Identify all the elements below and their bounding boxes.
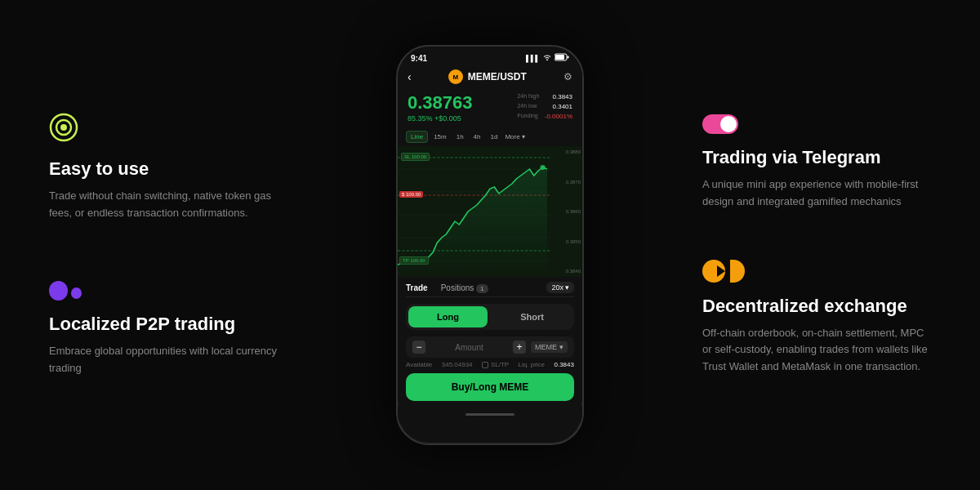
currency-chevron: ▾: [559, 343, 564, 351]
available-val: 345.04934: [442, 361, 473, 368]
feature4-title: Decentralized exchange: [702, 296, 931, 317]
sl-label: SL 100.00: [401, 153, 430, 161]
tab-positions[interactable]: Positions 1: [441, 283, 488, 292]
liq-val: 0.3843: [554, 361, 573, 368]
direction-buttons: Long Short: [406, 304, 574, 330]
settings-icon[interactable]: ⚙: [564, 71, 572, 82]
entry-label: $ 100.00: [399, 191, 423, 198]
feature2-desc: Embrace global opportunities with local …: [49, 343, 278, 377]
low-label: 24h low: [517, 102, 537, 112]
price-change-pct: 85.35%: [408, 114, 433, 122]
left-column: Easy to use Trade without chain switchin…: [49, 113, 278, 376]
feature1-title: Easy to use: [49, 158, 278, 180]
feature2-title: Localized P2P trading: [49, 314, 278, 335]
chart-area: SL 100.00 $ 100.00 TP 100.00 0.3880 0.38…: [398, 146, 582, 277]
back-button[interactable]: ‹: [408, 70, 412, 83]
svg-point-2: [60, 124, 67, 131]
price-tick-5: 0.3840: [566, 269, 581, 274]
feature-p2p: Localized P2P trading Embrace global opp…: [49, 271, 278, 377]
leverage-value: 20x: [551, 283, 564, 292]
pair-info: M MEME/USDT: [448, 69, 527, 84]
main-price: 0.38763: [408, 92, 473, 114]
available-row: Available 345.04934 SL/TP Liq. price 0.3…: [406, 361, 574, 368]
bubbles-icon: [49, 271, 82, 301]
toggle-icon: [702, 114, 738, 134]
svg-point-15: [540, 165, 545, 170]
pair-name: MEME/USDT: [468, 71, 527, 82]
price-section: 0.38763 85.35% +$0.005 24h high 0.3843 2…: [398, 89, 582, 127]
trade-section: Trade Positions 1 20x ▾ Long Short: [398, 277, 582, 401]
tab-1d[interactable]: 1d: [487, 131, 502, 142]
amount-row: − Amount + MEME ▾: [406, 336, 574, 358]
price-change: 85.35% +$0.005: [408, 114, 473, 122]
amount-label: Amount: [430, 343, 508, 352]
target-icon: [49, 113, 278, 145]
funding-val: -0.0001%: [545, 112, 572, 122]
low-val: 0.3401: [553, 102, 572, 112]
chart-tabs: Line 15m 1h 4h 1d More ▾: [398, 127, 582, 146]
tab-line[interactable]: Line: [406, 131, 428, 143]
price-axis: 0.3880 0.3870 0.3860 0.3850 0.3840: [566, 146, 581, 277]
price-tick-3: 0.3860: [566, 209, 581, 214]
status-time: 9:41: [411, 54, 427, 63]
toggle-knob: [720, 116, 737, 132]
signal-icon: ▌▌▌: [526, 55, 540, 62]
price-tick-2: 0.3870: [566, 180, 581, 185]
svg-rect-5: [568, 56, 569, 59]
high-label: 24h high: [517, 92, 539, 102]
svg-rect-4: [555, 55, 564, 60]
phone-container: 9:41 ▌▌▌ ‹ M MEME/USDT ⚙: [396, 45, 584, 445]
wifi-icon: [543, 54, 551, 62]
tab-more[interactable]: More ▾: [505, 133, 524, 140]
home-bar: [398, 406, 582, 422]
high-val: 0.3843: [553, 92, 572, 102]
short-button[interactable]: Short: [492, 306, 572, 327]
status-icons: ▌▌▌: [526, 53, 569, 63]
tp-label: TP 100.00: [399, 256, 429, 265]
pacman-body: [702, 260, 725, 283]
price-tick-1: 0.3880: [566, 149, 581, 154]
increase-button[interactable]: +: [513, 341, 526, 354]
pacman-dot: [730, 260, 745, 283]
feature-easy-to-use: Easy to use Trade without chain switchin…: [49, 113, 278, 222]
leverage-selector[interactable]: 20x ▾: [546, 282, 574, 293]
tab-1h[interactable]: 1h: [452, 131, 468, 142]
sl-tp-label: SL/TP: [491, 361, 509, 368]
currency-value: MEME: [535, 343, 557, 351]
right-column: Trading via Telegram A unique mini app e…: [702, 114, 931, 376]
currency-selector[interactable]: MEME ▾: [531, 341, 568, 353]
price-change-abs: +$0.005: [434, 114, 461, 122]
app-header: ‹ M MEME/USDT ⚙: [398, 66, 582, 89]
feature4-desc: Off-chain orderbook, on-chain settlement…: [702, 325, 931, 376]
feature3-desc: A unique mini app experience with mobile…: [702, 176, 931, 211]
feature1-desc: Trade without chain switching, native to…: [49, 188, 278, 222]
home-indicator: [466, 413, 514, 416]
tab-15m[interactable]: 15m: [430, 131, 451, 142]
page-wrapper: Easy to use Trade without chain switchin…: [0, 0, 980, 490]
buy-button[interactable]: Buy/Long MEME: [406, 373, 574, 401]
available-label: Available: [406, 361, 432, 368]
sl-tp-toggle[interactable]: SL/TP: [482, 361, 509, 368]
battery-icon: [555, 53, 569, 63]
price-tick-4: 0.3850: [566, 239, 581, 244]
decrease-button[interactable]: −: [412, 341, 425, 354]
funding-label: Funding: [517, 112, 537, 122]
status-bar: 9:41 ▌▌▌: [398, 47, 582, 66]
feature3-title: Trading via Telegram: [702, 147, 931, 168]
liq-label: Liq. price: [519, 361, 545, 368]
positions-badge: 1: [476, 284, 488, 293]
token-icon: M: [448, 69, 463, 84]
tab-4h[interactable]: 4h: [470, 131, 485, 142]
long-button[interactable]: Long: [408, 306, 488, 327]
feature-dex: Decentralized exchange Off-chain orderbo…: [702, 260, 931, 376]
feature-telegram: Trading via Telegram A unique mini app e…: [702, 114, 931, 211]
pacman-icon: [702, 260, 931, 283]
phone-mockup: 9:41 ▌▌▌ ‹ M MEME/USDT ⚙: [396, 45, 584, 445]
sl-tp-checkbox[interactable]: [482, 362, 488, 368]
trade-tabs: Trade Positions 1 20x ▾: [406, 277, 574, 297]
leverage-chevron: ▾: [565, 283, 569, 292]
tab-trade[interactable]: Trade: [406, 283, 428, 292]
